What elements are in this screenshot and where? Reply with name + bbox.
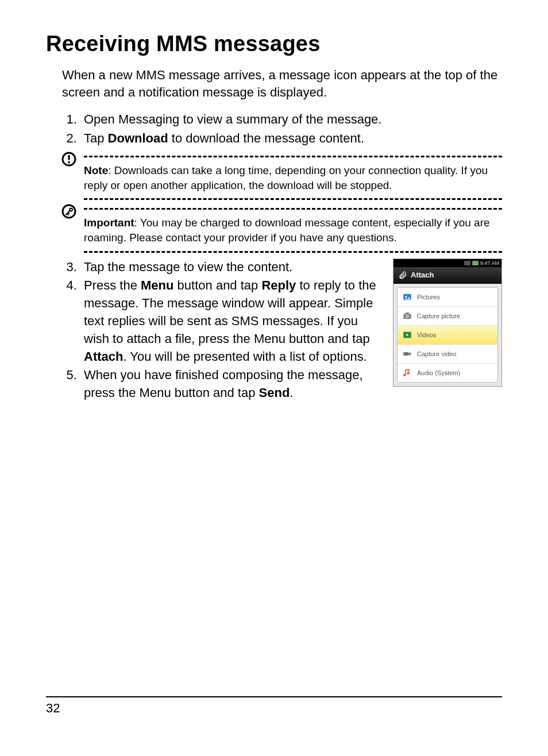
important-body: : You may be charged to download message… [84, 217, 490, 244]
pictures-icon [402, 292, 412, 302]
svg-rect-1 [68, 155, 70, 160]
dashed-rule-top-2 [84, 208, 502, 210]
attach-header-label: Attach [411, 271, 434, 279]
note-label: Note [84, 164, 108, 176]
note-text: Note: Downloads can take a long time, de… [84, 163, 502, 192]
camcorder-icon [402, 349, 412, 359]
steps-with-figure: Tap the message to view the content. Pre… [46, 259, 502, 403]
step-3: Tap the message to view the content. [80, 259, 383, 276]
step-4-d: . You will be presented with a list of o… [123, 349, 366, 364]
step-1: Open Messaging to view a summary of the … [80, 111, 502, 129]
important-callout: Important: You may be charged to downloa… [62, 208, 502, 252]
svg-point-2 [68, 161, 70, 164]
attach-option-audio-system-label: Audio (System) [417, 369, 460, 376]
step-5-a: When you have finished composing the mes… [84, 368, 363, 400]
page-title: Receiving MMS messages [46, 32, 502, 56]
exclamation-circle-icon [61, 151, 77, 167]
music-note-icon [402, 368, 412, 378]
step-5-send: Send [259, 385, 290, 400]
paperclip-icon [398, 271, 407, 280]
camera-icon [402, 311, 412, 321]
step-2-bold-download: Download [108, 131, 168, 145]
note-callout: Note: Downloads can take a long time, de… [62, 156, 502, 200]
attach-option-capture-picture[interactable]: Capture picture [398, 307, 497, 326]
phone-time: 9:47 AM [480, 260, 499, 266]
dashed-rule-bottom [84, 198, 502, 200]
attach-option-capture-picture-label: Capture picture [417, 313, 460, 319]
phone-statusbar: 9:47 AM [393, 259, 501, 267]
dashed-rule-bottom-2 [84, 251, 502, 253]
dashed-rule-top [84, 156, 502, 157]
steps-list-top: Open Messaging to view a summary of the … [62, 111, 502, 148]
svg-point-6 [405, 295, 407, 297]
svg-point-10 [407, 315, 408, 317]
intro-paragraph: When a new MMS message arrives, a messag… [62, 67, 502, 101]
status-indicator-2-icon [472, 261, 478, 265]
svg-rect-8 [406, 313, 409, 314]
phone-screenshot: 9:47 AM Attach Pictures [393, 259, 502, 387]
step-4-a: Press the [84, 278, 141, 292]
attach-dialog-header: Attach [393, 267, 501, 284]
attach-options-list: Pictures Capture picture Videos [397, 287, 498, 383]
svg-point-13 [404, 353, 406, 354]
attach-option-audio-system[interactable]: Audio (System) [398, 364, 497, 382]
status-indicator-1-icon [464, 261, 470, 265]
key-circle-icon [61, 203, 77, 219]
step-5: When you have finished composing the mes… [80, 367, 383, 402]
svg-rect-12 [403, 352, 408, 356]
page-footer: 32 [46, 696, 502, 716]
step-5-b: . [290, 385, 293, 400]
video-gallery-icon [402, 330, 412, 340]
step-4: Press the Menu button and tap Reply to r… [80, 277, 383, 365]
step-4-attach: Attach [84, 349, 123, 364]
step-2-pre: Tap [84, 131, 108, 145]
step-2-post: to download the message content. [168, 131, 364, 145]
step-4-b: button and tap [174, 278, 262, 292]
step-4-menu: Menu [141, 278, 173, 292]
steps-list-bottom: Tap the message to view the content. Pre… [62, 259, 383, 403]
important-label: Important [84, 217, 134, 229]
attach-option-capture-video-label: Capture video [417, 350, 457, 357]
step-2: Tap Download to download the message con… [80, 130, 502, 148]
page-number: 32 [46, 701, 502, 716]
attach-option-capture-video[interactable]: Capture video [398, 345, 497, 364]
footer-rule [46, 696, 502, 697]
step-4-reply: Reply [261, 278, 296, 292]
important-text: Important: You may be charged to downloa… [84, 215, 502, 245]
manual-page: Receiving MMS messages When a new MMS me… [0, 0, 548, 756]
attach-option-videos[interactable]: Videos [398, 326, 497, 345]
attach-option-pictures[interactable]: Pictures [398, 288, 497, 307]
attach-option-pictures-label: Pictures [417, 294, 440, 300]
note-body: : Downloads can take a long time, depend… [84, 164, 488, 191]
attach-option-videos-label: Videos [417, 331, 436, 338]
